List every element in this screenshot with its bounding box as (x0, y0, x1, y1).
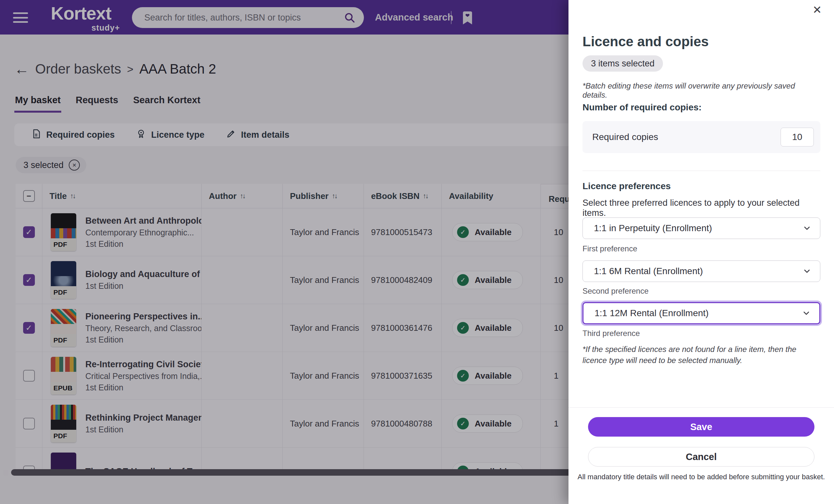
book-cover-thumbnail (51, 453, 76, 469)
isbn-cell: 9781000515473 (364, 208, 442, 256)
isbn-cell: 9781000480788 (364, 400, 442, 448)
document-icon (31, 129, 41, 141)
book-title[interactable]: Pioneering Perspectives in... (85, 312, 201, 322)
required-copies-label: Required copies (592, 132, 658, 142)
book-title[interactable]: Rethinking Project Management... (85, 413, 201, 423)
row-checkbox[interactable] (23, 418, 35, 430)
title-cell: PDFPioneering Perspectives in...Theory, … (42, 304, 202, 352)
tab-bar: My basketRequestsSearch Kortext (14, 93, 201, 113)
available-check-icon: ✓ (457, 370, 469, 382)
book-edition: 1st Edition (85, 239, 201, 249)
licence-preference-select-2[interactable]: 1:1 6M Rental (Enrollment) (583, 260, 820, 282)
availability-cell: ✓Available (442, 208, 541, 256)
availability-badge: ✓Available (452, 271, 523, 289)
publisher-cell (283, 448, 364, 469)
chevron-down-icon (803, 267, 812, 276)
isbn-cell: 9781000371635 (364, 352, 442, 400)
breadcrumb-parent[interactable]: Order baskets (35, 61, 121, 77)
select-all-checkbox[interactable]: − (23, 190, 35, 202)
selection-chip: 3 selected ✕ (16, 157, 86, 173)
breadcrumb: ← Order baskets > AAA Batch 2 (14, 61, 216, 77)
row-checkbox[interactable]: ✓ (23, 322, 35, 334)
required-copies-input[interactable] (781, 128, 814, 146)
mandatory-details-note: All mandatory title details will need to… (569, 473, 834, 481)
clear-selection-icon[interactable]: ✕ (69, 160, 80, 170)
available-check-icon: ✓ (457, 274, 469, 286)
format-badge: PDF (51, 238, 76, 251)
format-badge: PDF (51, 286, 76, 299)
row-checkbox[interactable] (23, 370, 35, 382)
row-checkbox[interactable]: ✓ (23, 226, 35, 238)
availability-cell: ✓Available (442, 352, 541, 400)
close-icon[interactable]: ✕ (811, 1, 824, 18)
book-title[interactable]: The SAGE Handbook of Teachi... (85, 466, 201, 469)
sort-icon[interactable]: ↑↓ (240, 192, 245, 200)
required-copies-action[interactable]: Required copies (31, 129, 115, 141)
preference-label-1: First preference (583, 244, 637, 253)
format-badge: PDF (51, 430, 76, 442)
book-cover-thumbnail: PDF (51, 309, 76, 347)
licence-preferences-subtext: Select three preferred licences to apply… (583, 198, 820, 218)
book-subtitle: Contemporary Ethnographic... (85, 228, 201, 237)
licence-preference-select-3[interactable]: 1:1 12M Rental (Enrollment) (583, 302, 820, 324)
selection-count-label: 3 selected (23, 160, 64, 170)
column-header-ebook-isbn[interactable]: eBook ISBN↑↓ (364, 184, 442, 208)
book-cover-thumbnail: PDF (51, 213, 76, 251)
tab-my-basket[interactable]: My basket (14, 93, 61, 113)
item-details-action[interactable]: Item details (226, 129, 290, 141)
panel-title: Licence and copies (583, 34, 708, 49)
book-title[interactable]: Between Art and Anthropology (85, 216, 201, 226)
book-title[interactable]: Re-Interrogating Civil Society in... (85, 360, 201, 369)
tab-search-kortext[interactable]: Search Kortext (133, 93, 201, 113)
column-header-availability: Availability (442, 184, 541, 208)
author-cell (202, 400, 283, 448)
chevron-down-icon (803, 224, 812, 233)
column-header-title[interactable]: Title↑↓ (42, 184, 202, 208)
book-edition: 1st Edition (85, 335, 201, 344)
sort-icon[interactable]: ↑↓ (332, 192, 336, 200)
column-header-publisher[interactable]: Publisher↑↓ (283, 184, 364, 208)
sort-icon[interactable]: ↑↓ (423, 192, 428, 200)
licence-preferences-heading: Licence preferences (583, 181, 671, 191)
save-button[interactable]: Save (588, 417, 814, 437)
preference-label-2: Second preference (583, 287, 649, 296)
bookmark-heart-icon[interactable] (463, 11, 473, 26)
title-cell: PDFBetween Art and AnthropologyContempor… (42, 208, 202, 256)
footer-divider (569, 407, 834, 408)
hscroll-left-nub[interactable] (3, 470, 8, 476)
title-cell: EPUBRe-Interrogating Civil Society in...… (42, 352, 202, 400)
book-subtitle: Critical Perspectives from India,... (85, 371, 201, 381)
breadcrumb-separator: > (127, 63, 134, 75)
isbn-cell (364, 448, 442, 469)
author-cell (202, 256, 283, 304)
advanced-search-link[interactable]: Advanced search (375, 0, 453, 35)
isbn-cell: 9781000361476 (364, 304, 442, 352)
available-check-icon: ✓ (457, 418, 469, 430)
section-divider (583, 170, 820, 171)
search-input[interactable]: Search for titles, authors, ISBN or topi… (132, 7, 364, 28)
sort-icon[interactable]: ↑↓ (70, 192, 75, 200)
publisher-cell: Taylor and Francis (283, 256, 364, 304)
row-checkbox[interactable] (23, 465, 35, 469)
book-subtitle: Theory, Research, and Classroom... (85, 324, 201, 333)
availability-badge: ✓Available (452, 319, 523, 337)
book-cover-thumbnail: PDF (51, 261, 76, 299)
publisher-cell: Taylor and Francis (283, 400, 364, 448)
logo-suffix: study+ (51, 23, 120, 32)
cancel-button[interactable]: Cancel (588, 447, 814, 466)
licence-preference-select-1[interactable]: 1:1 in Perpetuity (Enrollment) (583, 217, 820, 239)
format-badge: EPUB (51, 382, 76, 395)
licence-type-action[interactable]: Licence type (136, 129, 204, 141)
book-cover-thumbnail: PDF (51, 405, 76, 442)
availability-badge: ✓Available (452, 414, 523, 433)
tab-requests[interactable]: Requests (75, 93, 119, 113)
back-arrow-icon[interactable]: ← (14, 62, 29, 76)
kortext-logo[interactable]: Kortext study+ (51, 4, 120, 32)
book-title[interactable]: Biology and Aquaculture of Tilapia (85, 269, 201, 279)
search-icon[interactable] (344, 12, 355, 23)
menu-icon[interactable] (13, 13, 28, 23)
availability-cell: ✓Available (442, 400, 541, 448)
column-header-author[interactable]: Author↑↓ (202, 184, 283, 208)
licence-fallback-note: *If the specified licences are not found… (583, 344, 815, 366)
row-checkbox[interactable]: ✓ (23, 274, 35, 286)
